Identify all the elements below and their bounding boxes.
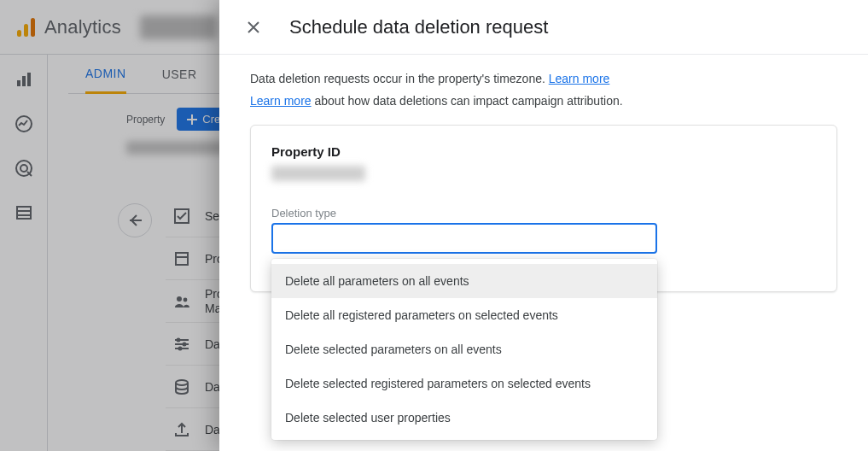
option-delete-selected-params-all-events[interactable]: Delete selected parameters on all events — [271, 332, 657, 366]
option-delete-selected-user-properties[interactable]: Delete selected user properties — [271, 401, 657, 435]
info-line-2: Learn more about how data deletions can … — [250, 94, 837, 108]
deletion-type-label: Deletion type — [271, 207, 816, 220]
property-id-value-redacted — [271, 166, 365, 181]
panel-body: Data deletion requests occur in the prop… — [219, 55, 868, 292]
property-id-label: Property ID — [271, 144, 816, 159]
learn-more-link-1[interactable]: Learn more — [549, 72, 610, 85]
info1-text: Data deletion requests occur in the prop… — [250, 72, 549, 85]
close-icon — [245, 19, 262, 36]
panel-title: Schedule data deletion request — [289, 16, 548, 38]
option-delete-all-params-all-events[interactable]: Delete all parameters on all events — [271, 264, 657, 298]
schedule-deletion-panel: Schedule data deletion request Data dele… — [219, 0, 868, 451]
learn-more-link-2[interactable]: Learn more — [250, 94, 312, 108]
deletion-type-menu: Delete all parameters on all events Dele… — [271, 259, 657, 440]
deletion-card: Property ID Deletion type Delete all par… — [250, 125, 837, 292]
info-line-1: Data deletion requests occur in the prop… — [250, 72, 837, 85]
panel-header: Schedule data deletion request — [219, 0, 868, 55]
option-delete-registered-params-selected-events[interactable]: Delete all registered parameters on sele… — [271, 298, 657, 332]
deletion-type-dropdown: Delete all parameters on all events Dele… — [271, 223, 816, 254]
deletion-type-select[interactable] — [271, 223, 657, 254]
info2-text: about how data deletions can impact camp… — [312, 94, 623, 108]
close-button[interactable] — [240, 14, 267, 41]
option-delete-selected-registered-params-selected-events[interactable]: Delete selected registered parameters on… — [271, 366, 657, 401]
